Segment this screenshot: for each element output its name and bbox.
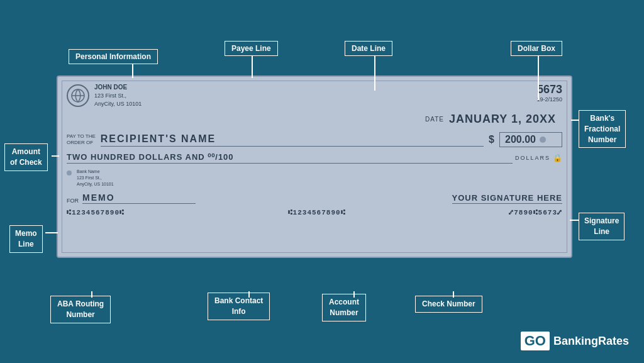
check-pay-row: PAY TO THE ORDER OF RECIPIENT'S NAME $ 2…: [67, 132, 562, 147]
logo-text: BankingRates: [553, 335, 629, 348]
bank-addr1: 123 First St.,: [77, 175, 114, 181]
signature-text: YOUR SIGNATURE HERE: [452, 193, 563, 204]
amount-box: 200.00: [499, 132, 562, 147]
check-image: JOHN DOE 123 First St., AnyCity, US 1010…: [57, 75, 572, 258]
check: JOHN DOE 123 First St., AnyCity, US 1010…: [57, 75, 572, 258]
memo-signature-row: FOR MEMO YOUR SIGNATURE HERE: [67, 193, 562, 204]
amount-circle: [540, 137, 546, 143]
amount-value: 200.00: [505, 134, 536, 145]
recipient-line: RECIPIENT'S NAME: [101, 133, 484, 147]
connector-check-number: [453, 291, 454, 298]
routing-row: ⑆1234567890⑆ ⑆1234567890⑆ ⑇7890⑆5673⑇: [67, 209, 562, 216]
for-label: FOR: [67, 198, 79, 204]
dollars-label: DOLLARS: [515, 155, 550, 161]
logo-go: GO: [521, 332, 550, 350]
name-address-text: JOHN DOE 123 First St., AnyCity, US 1010…: [94, 83, 142, 108]
written-amount: TWO HUNDRED DOLLARS AND ⁰⁰/100: [67, 152, 513, 164]
bank-info-row: Bank Name 123 First St., AnyCity, US 101…: [67, 169, 562, 187]
bank-addr2: AnyCity, US 10101: [77, 181, 114, 187]
bank-info: Bank Name 123 First St., AnyCity, US 101…: [77, 169, 114, 187]
connector-fractional: [571, 120, 579, 121]
memo-area: FOR MEMO: [67, 193, 196, 204]
routing-left: ⑆1234567890⑆: [67, 209, 125, 216]
memo-line: MEMO: [82, 193, 196, 204]
globe-icon: [67, 84, 89, 107]
check-number-area: 5673 19-2/1250: [536, 83, 562, 103]
bank-name: Bank Name: [77, 169, 114, 175]
connector-account-number: [353, 291, 355, 298]
label-bank-contact: Bank Contact Info: [208, 293, 270, 320]
check-name: JOHN DOE: [94, 83, 142, 92]
routing-right: ⑇7890⑆5673⑇: [509, 209, 562, 216]
connector-personal-info: [132, 64, 133, 78]
label-aba-routing: ABA Routing Number: [50, 296, 111, 323]
fractional-number: 19-2/1250: [536, 96, 562, 103]
connector-signature-line: [570, 220, 579, 221]
routing-middle: ⑆1234567890⑆: [288, 209, 346, 216]
connector-memo-line: [45, 232, 58, 233]
label-banks-fractional: Bank's Fractional Number: [579, 110, 626, 148]
connector-amount-check: [52, 155, 59, 157]
connector-dollar-box: [538, 56, 539, 100]
label-memo-line: Memo Line: [9, 225, 43, 253]
connector-payee-line: [252, 56, 253, 78]
label-payee-line: Payee Line: [225, 41, 278, 56]
check-address2: AnyCity, US 10101: [94, 100, 142, 108]
dollar-sign: $: [489, 134, 494, 145]
connector-bank-contact: [248, 291, 250, 298]
label-personal-information: Personal Information: [69, 49, 158, 64]
date-label: DATE: [425, 116, 444, 123]
signature-area: YOUR SIGNATURE HERE: [452, 193, 563, 204]
connector-date-line: [374, 56, 375, 91]
label-amount-of-check: Amount of Check: [4, 143, 48, 171]
logo: GO BankingRates: [521, 332, 629, 350]
check-name-address-area: JOHN DOE 123 First St., AnyCity, US 1010…: [67, 83, 142, 108]
check-number: 5673: [536, 83, 562, 96]
connector-aba-routing: [91, 291, 92, 298]
check-address1: 123 First St.,: [94, 92, 142, 100]
label-account-number: Account Number: [322, 294, 366, 321]
pay-to-label: PAY TO THE ORDER OF: [67, 133, 96, 147]
bank-circle: [67, 170, 72, 176]
written-amount-row: TWO HUNDRED DOLLARS AND ⁰⁰/100 DOLLARS 🔒: [67, 152, 562, 164]
label-date-line: Date Line: [345, 41, 392, 56]
check-date-row: DATE JANUARY 1, 20XX: [67, 113, 562, 126]
date-value: JANUARY 1, 20XX: [449, 113, 556, 126]
label-dollar-box: Dollar Box: [511, 41, 562, 56]
label-check-number: Check Number: [415, 296, 482, 313]
lock-icon: 🔒: [553, 154, 562, 162]
label-signature-line: Signature Line: [579, 213, 625, 240]
